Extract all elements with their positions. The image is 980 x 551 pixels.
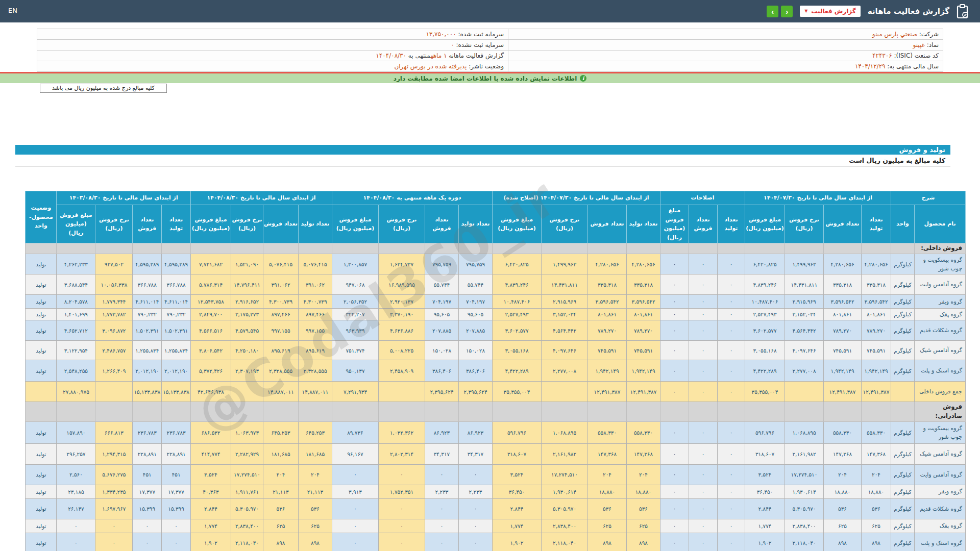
value-cell: ۲,۱۱۸,۰۴۰ xyxy=(785,533,824,551)
table-row: گروه آدامس وایتکیلوگرم۳۳۵,۳۱۸۳۳۵,۳۱۸۱۴,۴… xyxy=(26,274,966,295)
value-cell: ۱۸۱,۶۸۵ xyxy=(263,443,299,464)
value-cell: ۴,۲۸۰,۶۵۶ xyxy=(824,254,862,274)
value-cell: ۴۵۱ xyxy=(162,464,191,485)
value-cell: ۵,۰۷۶,۴۱۵ xyxy=(263,254,299,274)
value-cell: ۰ xyxy=(660,533,689,551)
value-cell: ۲,۹۲۰,۱۳۷ xyxy=(379,295,425,309)
value-cell: ۱۵,۱۳۳,۸۳۸ xyxy=(133,382,162,402)
section-cell xyxy=(588,402,627,422)
column-header: تعداد تولید xyxy=(862,205,891,243)
section-cell xyxy=(459,243,493,254)
value-cell: ۷۸۹,۲۷۰ xyxy=(588,320,627,341)
product-name-cell: جمع فروش داخلی xyxy=(915,382,966,402)
value-cell: ۳,۵۹۶,۵۴۲ xyxy=(588,295,627,309)
value-cell: ۱۲,۴۹۱,۳۸۷ xyxy=(824,382,862,402)
status-cell xyxy=(26,382,57,402)
status-cell: تولید xyxy=(26,274,57,295)
section-cell xyxy=(332,243,379,254)
value-cell: ۲,۲۷۷,۰۰۸ xyxy=(785,360,824,382)
value-cell: ۵,۷۸۶,۳۱۴ xyxy=(191,274,231,295)
value-cell: ۴,۲۵۰,۱۸۰ xyxy=(231,341,263,360)
value-cell: ۲,۲۳۳ xyxy=(459,485,493,498)
value-cell: ۴,۵۶۶,۵۱۶ xyxy=(191,320,231,341)
value-cell: ۱,۵۰۲,۳۹۱ xyxy=(162,320,191,341)
section-cell xyxy=(425,402,459,422)
value-cell: ۰ xyxy=(689,341,718,360)
value-cell: ۴,۵۹۵,۳۸۹ xyxy=(162,254,191,274)
value-cell: ۲,۸۴۴ xyxy=(745,498,785,519)
language-toggle-en[interactable]: EN xyxy=(8,7,17,14)
product-name-cell: گروه ویفر xyxy=(915,295,966,309)
value-cell: ۳۳۵,۳۱۸ xyxy=(588,274,627,295)
value-cell: ۰ xyxy=(689,360,718,382)
amounts-unit-box: کلیه مبالغ درج شده به میلیون ریال می باش… xyxy=(40,84,167,93)
value-cell: ۲۱,۱۱۳ xyxy=(263,485,299,498)
column-header: تعداد فروش xyxy=(263,205,299,243)
value-cell: ۶۶۶,۸۱۳ xyxy=(95,421,133,443)
value-cell: ۲,۲۳۳ xyxy=(425,485,459,498)
product-name-cell: گروه آدامس وایت xyxy=(915,464,966,485)
value-cell: ۳,۳۷۰,۱۹۰ xyxy=(379,309,425,320)
value-cell: ۳,۰۹۶,۸۷۲ xyxy=(95,320,133,341)
value-cell: ۷۵۱,۳۷۴ xyxy=(332,341,379,360)
value-cell: ۶۲۵ xyxy=(263,519,299,533)
table-row: گروه آدامس وایتکیلوگرم۲۰۴۲۰۴۱۷,۲۷۴,۵۱۰۳,… xyxy=(26,464,966,485)
value-cell: ۱۸,۸۸۰ xyxy=(588,485,627,498)
value-cell: ۰ xyxy=(660,421,689,443)
table-row: گروه پفککیلوگرم۸۰۱,۸۶۱۸۰۱,۸۶۱۳,۱۵۲,۰۳۴۲,… xyxy=(26,309,966,320)
value-cell: ۲,۳۲۸,۵۵۵ xyxy=(299,360,332,382)
section-cell xyxy=(133,402,162,422)
status-cell: تولید xyxy=(26,464,57,485)
value-cell: ۷۹۰,۲۳۲ xyxy=(133,309,162,320)
company-info-table: شرکت: صنعتي پارس مينوسرمایه ثبت شده: ۱۳,… xyxy=(37,29,943,72)
report-type-dropdown[interactable]: گزارش فعالیت ▼ xyxy=(800,6,861,17)
value-cell: ۳۱۸,۶۰۷ xyxy=(493,443,542,464)
value-cell: ۲۰۷,۸۸۵ xyxy=(459,320,493,341)
value-cell: ۳۱۸,۶۰۷ xyxy=(745,443,785,464)
column-group-header: از ابتدای سال مالی تا تاریخ ۱۴۰۳/۰۸/۳۰ xyxy=(57,191,191,205)
section-cell xyxy=(689,243,718,254)
previous-report-button[interactable]: ‹ xyxy=(767,6,778,17)
value-cell: ۶۲۵ xyxy=(299,519,332,533)
value-cell: ۱۷,۲۷۴,۵۱۰ xyxy=(231,464,263,485)
value-cell: ۲,۰۵۶,۳۵۲ xyxy=(332,295,379,309)
product-name-cell: گروه آدامس شیک xyxy=(915,443,966,464)
value-cell: ۲,۸۳۸,۴۰۰ xyxy=(542,519,588,533)
column-header: تعداد فروش xyxy=(133,205,162,243)
value-cell: ۰ xyxy=(718,498,745,519)
value-cell: ۳۳۵,۳۱۸ xyxy=(862,274,891,295)
value-cell: ۰ xyxy=(718,533,745,551)
value-cell: ۶۲۵ xyxy=(588,519,627,533)
value-cell: ۰ xyxy=(425,498,459,519)
report-nav-buttons: ‹ › xyxy=(767,6,793,17)
value-cell: ۵۳۶ xyxy=(299,498,332,519)
section-cell xyxy=(191,243,231,254)
value-cell: ۶۲۵ xyxy=(627,519,660,533)
section-cell xyxy=(263,402,299,422)
value-cell: ۱,۷۷۴ xyxy=(191,519,231,533)
unit-cell xyxy=(891,382,915,402)
value-cell: ۴,۲۶۲,۲۳۳ xyxy=(57,254,95,274)
value-cell: ۵۹۶,۷۹۶ xyxy=(493,421,542,443)
value-cell: ۲,۸۳۸,۴۰۰ xyxy=(785,519,824,533)
value-cell: ۲,۹۱۶,۶۵۲ xyxy=(231,295,263,309)
table-row: گروه آدامس شیککیلوگرم۷۴۵,۵۹۱۷۴۵,۵۹۱۴,۰۹۷… xyxy=(26,341,966,360)
value-cell: ۰ xyxy=(133,519,162,533)
value-cell: ۱,۳۳۴,۲۳۵ xyxy=(95,485,133,498)
value-cell: ۳۹۱,۰۶۲ xyxy=(263,274,299,295)
value-cell: ۶۸۶,۵۳۲ xyxy=(191,421,231,443)
column-group-header: وضعیت محصول-واحد xyxy=(26,191,57,243)
value-cell: ۱,۰۳۲,۳۶۲ xyxy=(379,421,425,443)
value-cell: ۵۳۶ xyxy=(588,498,627,519)
next-report-button[interactable]: › xyxy=(781,6,793,17)
value-cell: ۳۶,۴۵۰ xyxy=(745,485,785,498)
section-cell xyxy=(459,402,493,422)
value-cell: ۴۵۱ xyxy=(133,464,162,485)
value-cell: ۰ xyxy=(689,274,718,295)
section-cell xyxy=(95,243,133,254)
unit-cell: کیلوگرم xyxy=(891,309,915,320)
clipboard-report-icon xyxy=(957,4,969,18)
value-cell: ۰ xyxy=(660,382,689,402)
value-cell: ۰ xyxy=(660,295,689,309)
value-cell: ۱,۰۶۳,۹۷۳ xyxy=(231,421,263,443)
